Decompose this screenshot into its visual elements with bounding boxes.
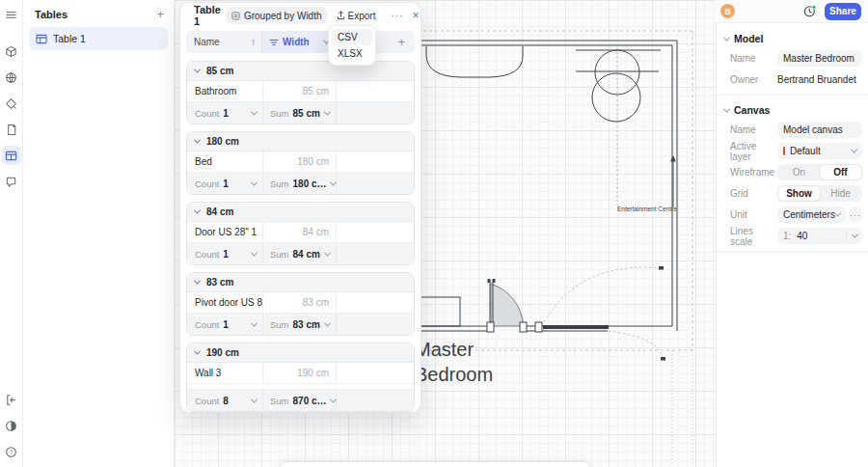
swing-door: [487, 279, 527, 332]
share-button[interactable]: Share: [825, 3, 861, 20]
table-row[interactable]: Pivot door US 84" …83 cm: [187, 292, 414, 314]
wireframe-off-option[interactable]: Off: [820, 165, 861, 179]
wireframe-label: Wireframe: [730, 167, 777, 178]
count-aggregate[interactable]: Count1: [187, 173, 263, 194]
canvas-section-header[interactable]: Canvas: [717, 103, 868, 117]
lines-scale-input[interactable]: 1: 40: [777, 228, 862, 244]
table-row[interactable]: Bed180 cm: [187, 151, 414, 173]
group-header[interactable]: 83 cm: [187, 273, 414, 292]
unit-more-icon[interactable]: ···: [849, 206, 862, 223]
inspector-panel: Model Name Master Bedroom Owner Bertrand…: [716, 23, 868, 467]
chevron-down-icon: [251, 179, 258, 185]
chevron-down-icon: [324, 249, 331, 256]
tables-icon[interactable]: [2, 146, 21, 165]
chevron-down-icon: [194, 207, 201, 214]
row-name: Bed: [187, 151, 263, 172]
column-header-width[interactable]: Width: [262, 31, 336, 53]
export-button[interactable]: Export: [333, 7, 380, 24]
contrast-icon[interactable]: [2, 416, 21, 435]
chevron-down-icon: [194, 67, 201, 73]
table-icon: [36, 34, 47, 44]
wireframe-on-option[interactable]: On: [778, 165, 820, 179]
chevron-down-icon: [723, 34, 730, 41]
model-name-label: Name: [730, 53, 777, 64]
grid-show-option[interactable]: Show: [778, 186, 820, 201]
bottom-toolbar[interactable]: [278, 461, 592, 467]
layer-color-marker: [783, 147, 785, 155]
sum-aggregate[interactable]: Sum83 cm: [263, 314, 337, 335]
group-label: 83 cm: [206, 277, 233, 288]
sum-aggregate[interactable]: Sum85 cm: [263, 102, 337, 124]
sum-aggregate[interactable]: Sum870 c…: [263, 390, 337, 411]
group-header[interactable]: 85 cm: [187, 62, 414, 81]
pages-icon[interactable]: [2, 120, 21, 139]
group-header[interactable]: 190 cm: [187, 343, 414, 363]
export-menu: CSVXLSX: [328, 25, 376, 66]
count-aggregate[interactable]: Count1: [187, 314, 263, 335]
model-name-input[interactable]: Master Bedroom: [777, 50, 862, 67]
sum-aggregate[interactable]: Sum84 cm: [263, 243, 337, 264]
model-section-header[interactable]: Model: [717, 32, 868, 45]
count-aggregate[interactable]: Count8: [187, 390, 263, 411]
menu-icon[interactable]: [2, 5, 21, 24]
table-groups: 85 cm Bathroom85 cm Count1 Sum85 cm 180 …: [180, 61, 420, 412]
count-aggregate[interactable]: Count1: [187, 243, 263, 264]
comments-icon[interactable]: [2, 172, 21, 191]
add-table-icon[interactable]: +: [156, 10, 164, 19]
grid-hide-option[interactable]: Hide: [820, 186, 861, 201]
chevron-down-icon: [251, 249, 258, 256]
table-row[interactable]: Door US 28" 184 cm: [187, 222, 414, 243]
tables-sidebar: Tables + Table 1: [23, 0, 175, 467]
sidebar-item-table-1[interactable]: Table 1: [29, 27, 168, 50]
table-row[interactable]: Wall 3190 cm: [187, 363, 414, 384]
chevron-down-icon: [723, 105, 730, 112]
group-label: 190 cm: [206, 347, 239, 358]
bathtub: [426, 46, 523, 77]
active-layer-label: Active layer: [730, 141, 777, 162]
help-icon[interactable]: ?: [2, 442, 21, 461]
closet: [420, 297, 460, 326]
history-clock-icon[interactable]: [803, 5, 817, 17]
canvas-name-label: Name: [730, 124, 777, 135]
more-options-icon[interactable]: ···: [389, 11, 405, 21]
lines-scale-label: Lines scale: [730, 226, 777, 247]
grouped-by-button[interactable]: Grouped by Width: [226, 7, 328, 24]
group-footer: Count8 Sum870 c…: [187, 390, 414, 411]
close-icon[interactable]: ×: [410, 9, 420, 22]
wireframe-toggle: On Off: [777, 164, 862, 180]
grid-label: Grid: [730, 188, 777, 199]
chevron-down-icon: [194, 137, 201, 144]
group-header[interactable]: 84 cm: [187, 203, 414, 222]
app-window: ? Tables + Table 1: [0, 0, 868, 467]
table-row[interactable]: Bathroom85 cm: [187, 81, 414, 102]
dimension-arrow: [670, 155, 676, 207]
canvas-name-input[interactable]: Model canvas: [777, 122, 862, 138]
export-menu-item-csv[interactable]: CSV: [332, 29, 372, 45]
row-width: 83 cm: [263, 292, 337, 313]
unit-select[interactable]: Centimeters: [777, 206, 846, 223]
avatar[interactable]: B: [720, 4, 735, 18]
export-menu-item-xlsx[interactable]: XLSX: [332, 45, 372, 62]
group-icon: [231, 12, 240, 20]
table-group: 84 cm Door US 28" 184 cm Count1 Sum84 cm: [186, 202, 415, 265]
divider: [717, 95, 868, 96]
export-icon: [337, 11, 345, 20]
model-icon[interactable]: [2, 41, 21, 61]
world-icon[interactable]: [2, 68, 21, 87]
group-footer: Count1 Sum83 cm: [187, 314, 414, 335]
room-label[interactable]: Master Bedroom: [415, 337, 493, 387]
row-name: Wall 3: [187, 363, 263, 383]
sum-aggregate[interactable]: Sum180 c…: [263, 173, 337, 194]
chevron-down-icon: [251, 108, 258, 115]
collapse-panel-icon[interactable]: [2, 390, 21, 409]
group-header[interactable]: 180 cm: [187, 132, 414, 151]
materials-icon[interactable]: [2, 94, 21, 113]
plus-icon: +: [397, 35, 405, 49]
pivot-door: [535, 266, 665, 361]
group-label: 180 cm: [206, 136, 239, 147]
selection-bounds: [412, 31, 692, 350]
grid-toggle: Show Hide: [777, 185, 862, 202]
column-header-name[interactable]: Name ↑: [186, 31, 262, 53]
active-layer-select[interactable]: Default: [777, 143, 862, 159]
count-aggregate[interactable]: Count1: [187, 102, 263, 124]
